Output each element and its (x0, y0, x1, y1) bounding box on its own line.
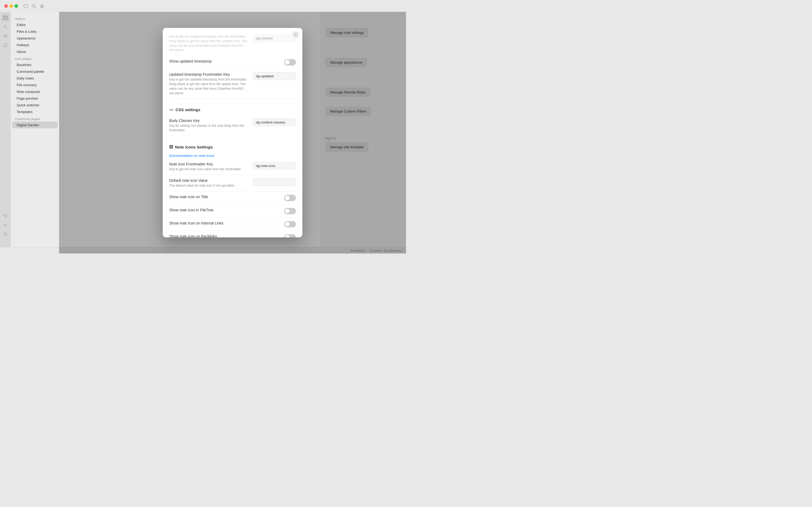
main-area: Manage note settings Manage appearance M… (59, 12, 406, 253)
frontmatter-key-input[interactable] (253, 162, 296, 170)
sidebar-item-templates[interactable]: Templates (12, 109, 57, 115)
sidebar-item-appearance[interactable]: Appearance (12, 35, 57, 42)
sidebar-item-daily-notes[interactable]: Daily notes (12, 75, 57, 81)
body-classes-row: Body Classes Key Key for setting css-cla… (169, 115, 296, 136)
search-icon[interactable] (32, 3, 36, 8)
show-icon-backlinks-row: Show note icon on Backlinks (169, 231, 296, 237)
sidebar-item-editor[interactable]: Editor (12, 21, 57, 28)
sidebar-icon-tags[interactable] (2, 212, 9, 220)
show-icon-backlinks-label: Show note icon on Backlinks (169, 234, 280, 237)
sidebar-item-command-palette[interactable]: Command palette (12, 68, 57, 75)
toggle-slider-backlinks (284, 234, 296, 237)
svg-line-1 (35, 7, 36, 8)
body-classes-input[interactable] (253, 118, 296, 126)
sidebar-icon-changes[interactable] (2, 221, 9, 229)
modal-close-button[interactable]: × (292, 31, 299, 38)
toggle-slider (284, 59, 296, 65)
doc-link[interactable]: Documentation on note icons (169, 153, 296, 159)
sidebar-item-quick-switcher[interactable]: Quick switcher (12, 102, 57, 109)
show-icon-backlinks-toggle[interactable] (284, 234, 296, 237)
svg-point-7 (4, 36, 5, 37)
options-section-label: Options (11, 15, 59, 21)
updated-key-label: Updated timestamp Frontmatter Key (169, 72, 249, 76)
updated-key-input[interactable] (253, 72, 296, 80)
sidebar-icon-files[interactable] (2, 14, 9, 21)
svg-line-10 (5, 35, 6, 36)
css-section-header: <> CSS settings (169, 99, 296, 115)
sidebar-icon-bookmarks[interactable] (2, 41, 9, 49)
show-icon-filetree-toggle[interactable] (284, 208, 296, 214)
minimize-button[interactable] (9, 4, 13, 8)
updated-key-row: Updated timestamp Frontmatter Key Key to… (169, 69, 296, 99)
created-key-input[interactable] (253, 35, 296, 42)
show-icon-internal-links-row: Show note icon on Internal Links (169, 218, 296, 231)
default-icon-desc: The default value for note icon if not s… (169, 183, 249, 188)
core-plugins-section-label: Core plugins (11, 55, 59, 61)
traffic-lights (4, 4, 18, 8)
settings-sidebar: Options Editor Files & Links Appearance … (11, 12, 59, 253)
folder-icon[interactable] (23, 3, 28, 8)
sidebar-icon-search[interactable] (2, 23, 9, 31)
show-updated-toggle[interactable] (284, 59, 296, 65)
note-icons-section-header: 🖼 Note icons Settings (169, 136, 296, 153)
sidebar-item-note-composer[interactable]: Note composer (12, 88, 57, 95)
show-icon-filetree-label: Show note icon in FileTree (169, 208, 280, 212)
css-header: <> CSS settings (169, 103, 296, 114)
frontmatter-key-label: Note icon Frontmatter Key (169, 162, 249, 166)
maximize-button[interactable] (14, 4, 18, 8)
sidebar-item-files-links[interactable]: Files & Links (12, 28, 57, 35)
toggle-slider-title (284, 195, 296, 201)
note-icons-header: 🖼 Note icons Settings (169, 140, 296, 152)
sidebar-icon-help[interactable]: ? (2, 230, 9, 238)
svg-line-11 (5, 36, 6, 37)
svg-point-9 (6, 37, 7, 38)
modal-overlay: × Key to get the created timestamp from … (59, 12, 406, 253)
css-header-label: CSS settings (176, 107, 200, 112)
show-icon-filetree-row: Show note icon in FileTree (169, 205, 296, 218)
svg-line-6 (6, 27, 7, 29)
sidebar-item-hotkeys[interactable]: Hotkeys (12, 42, 57, 48)
show-icon-title-label: Show note icon on Title (169, 195, 280, 199)
sidebar-item-backlinks[interactable]: Backlinks (12, 61, 57, 68)
sidebar-item-about[interactable]: About (12, 48, 57, 55)
show-icon-internal-links-label: Show note icon on Internal Links (169, 221, 280, 225)
toggle-slider-internal (284, 221, 296, 227)
modal-content: Key to get the created timestamp from th… (163, 28, 302, 237)
settings-modal: × Key to get the created timestamp from … (163, 28, 302, 237)
show-updated-label: Show updated timestamp (169, 59, 280, 63)
title-bar (0, 0, 406, 12)
default-icon-label: Default note icon Value (169, 178, 249, 183)
svg-point-12 (4, 215, 5, 215)
sidebar-item-page-preview[interactable]: Page preview (12, 95, 57, 102)
sidebar-item-file-recovery[interactable]: File recovery (12, 81, 57, 88)
created-key-row: Key to get the created timestamp from th… (169, 35, 296, 56)
default-icon-input[interactable] (253, 178, 296, 186)
frontmatter-key-desc: Key to get the note icon value from the … (169, 167, 249, 172)
show-icon-title-row: Show note icon on Title (169, 191, 296, 205)
sidebar-item-digital-garden[interactable]: Digital Garden (12, 122, 57, 128)
svg-point-8 (6, 35, 7, 36)
body-classes-desc: Key for setting css-classes to the note … (169, 123, 249, 133)
body-classes-label: Body Classes Key (169, 118, 249, 123)
toggle-slider-filetree (284, 208, 296, 214)
updated-key-desc: Key to get the updated timestamp from th… (169, 77, 249, 95)
svg-rect-4 (4, 16, 7, 19)
close-button[interactable] (4, 4, 8, 8)
star-icon[interactable] (40, 3, 44, 8)
show-icon-internal-links-toggle[interactable] (284, 221, 296, 227)
community-plugins-section-label: Community plugins (11, 115, 59, 122)
show-icon-title-toggle[interactable] (284, 195, 296, 201)
created-key-desc: Key to get the created timestamp from th… (169, 35, 249, 52)
sidebar-icon-graph[interactable] (2, 32, 9, 40)
sidebar-icons: ? (0, 12, 11, 253)
frontmatter-key-row: Note icon Frontmatter Key Key to get the… (169, 159, 296, 175)
svg-point-0 (32, 4, 35, 7)
title-bar-icons (23, 3, 44, 8)
default-icon-row: Default note icon Value The default valu… (169, 175, 296, 191)
note-icons-icon: 🖼 (169, 145, 173, 149)
css-icon: <> (169, 108, 173, 112)
show-updated-timestamp-row: Show updated timestamp (169, 56, 296, 69)
svg-text:?: ? (5, 233, 6, 235)
note-icons-header-label: Note icons Settings (175, 145, 213, 149)
